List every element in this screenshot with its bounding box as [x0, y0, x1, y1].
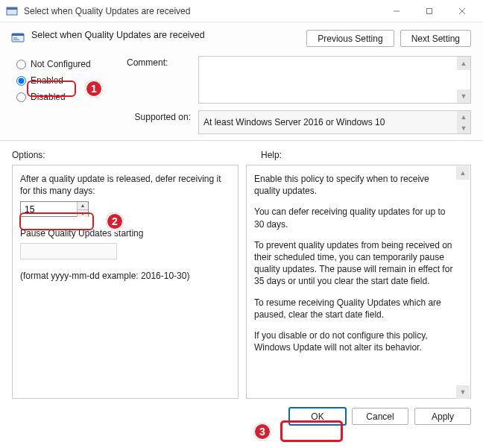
footer: OK Cancel Apply — [0, 399, 483, 434]
radio-enabled-input[interactable] — [16, 76, 26, 86]
radio-disabled[interactable]: Disabled — [16, 89, 122, 105]
header: Select when Quality Updates are received… — [0, 22, 483, 141]
window-title: Select when Quality Updates are received — [24, 6, 380, 16]
supported-on-value: At least Windows Server 2016 or Windows … — [198, 110, 471, 134]
radio-not-configured[interactable]: Not Configured — [16, 56, 122, 72]
policy-window-icon — [6, 5, 18, 17]
svg-rect-7 — [12, 34, 24, 36]
comment-textarea[interactable] — [198, 56, 471, 104]
pause-start-input[interactable] — [20, 243, 117, 259]
options-panel: After a quality update is released, defe… — [12, 165, 239, 399]
radio-disabled-label: Disabled — [31, 92, 66, 102]
svg-rect-8 — [13, 37, 17, 39]
radio-disabled-input[interactable] — [16, 92, 26, 102]
help-paragraph: If you disable or do not configure this … — [254, 329, 454, 353]
supported-scrollbar[interactable]: ▲ ▼ — [457, 111, 470, 133]
svg-rect-1 — [7, 7, 17, 10]
svg-rect-9 — [13, 40, 19, 41]
scroll-down-icon[interactable]: ▼ — [457, 122, 470, 133]
comment-label: Comment: — [127, 56, 194, 68]
help-scrollbar[interactable]: ▲ ▼ — [456, 166, 470, 399]
help-paragraph: To resume receiving Quality Updates whic… — [254, 297, 454, 321]
help-heading: Help: — [261, 150, 471, 160]
defer-days-label: After a quality update is released, defe… — [20, 173, 230, 197]
spin-down-icon[interactable]: ▼ — [77, 210, 88, 217]
maximize-button[interactable] — [413, 0, 446, 22]
pause-start-label: Pause Quality Updates starting — [20, 227, 230, 239]
options-heading: Options: — [12, 150, 246, 160]
defer-days-stepper[interactable]: ▲ ▼ — [20, 201, 89, 217]
scroll-up-icon[interactable]: ▲ — [457, 111, 470, 122]
spin-up-icon[interactable]: ▲ — [77, 202, 88, 209]
minimize-button[interactable] — [380, 0, 413, 22]
next-setting-button[interactable]: Next Setting — [400, 30, 471, 47]
help-paragraph: You can defer receiving quality updates … — [254, 206, 454, 230]
svg-rect-3 — [427, 8, 432, 13]
policy-title: Select when Quality Updates are received — [31, 30, 306, 40]
radio-enabled[interactable]: Enabled — [16, 72, 122, 89]
ok-button[interactable]: OK — [289, 408, 346, 425]
help-panel: Enable this policy to specify when to re… — [246, 165, 471, 399]
cancel-button[interactable]: Cancel — [352, 408, 408, 425]
titlebar: Select when Quality Updates are received — [0, 0, 483, 22]
help-paragraph: Enable this policy to specify when to re… — [254, 173, 454, 197]
scroll-down-icon[interactable]: ▼ — [456, 385, 470, 399]
radio-enabled-label: Enabled — [31, 75, 63, 86]
scroll-up-icon[interactable]: ▲ — [457, 57, 470, 70]
policy-icon — [10, 30, 25, 45]
help-paragraph: To prevent quality updates from being re… — [254, 239, 454, 288]
comment-scrollbar[interactable]: ▲ ▼ — [457, 57, 470, 103]
scroll-up-icon[interactable]: ▲ — [456, 166, 470, 180]
close-button[interactable] — [446, 0, 479, 22]
apply-button[interactable]: Apply — [414, 408, 471, 425]
radio-not-configured-input[interactable] — [16, 60, 26, 69]
scroll-down-icon[interactable]: ▼ — [457, 89, 470, 103]
radio-not-configured-label: Not Configured — [31, 59, 91, 69]
supported-on-label: Supported on: — [127, 106, 194, 134]
previous-setting-button[interactable]: Previous Setting — [306, 30, 394, 47]
pause-format-hint: (format yyyy-mm-dd example: 2016-10-30) — [20, 270, 230, 282]
